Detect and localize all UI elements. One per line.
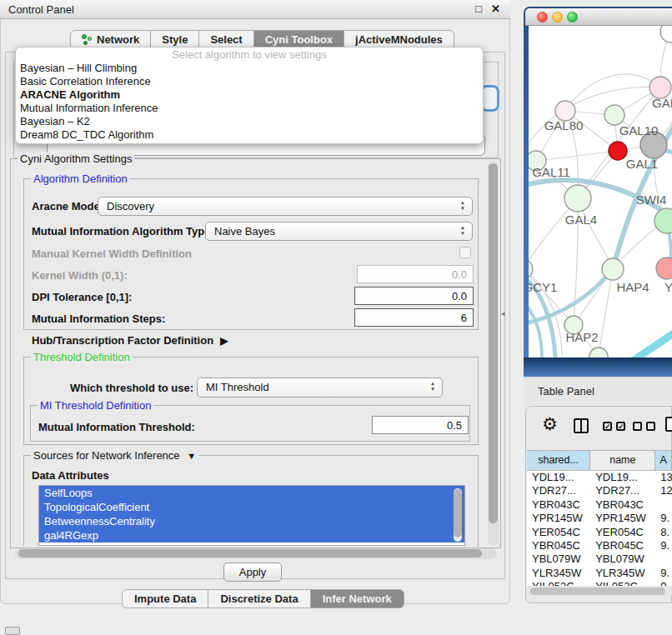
- list-item[interactable]: gal4RGexp: [39, 528, 464, 542]
- collapsed-arrow-icon: ▶: [220, 335, 228, 347]
- column-header-shared-name[interactable]: shared...: [527, 451, 590, 470]
- tab-impute-data[interactable]: Impute Data: [122, 589, 208, 608]
- svg-text:GAL10: GAL10: [619, 123, 659, 138]
- node-hap4[interactable]: [602, 258, 624, 280]
- table-row[interactable]: YDL19...YDL19...13: [527, 471, 672, 484]
- table-row[interactable]: YBR045CYBR045C9.: [527, 539, 672, 552]
- zoom-traffic-light[interactable]: [567, 12, 578, 22]
- tab-infer-network[interactable]: Infer Network: [311, 589, 404, 608]
- which-threshold-combo[interactable]: MI Threshold ▲▼: [197, 378, 443, 398]
- deselect-all-icon[interactable]: [646, 422, 655, 431]
- table-row[interactable]: YDR27...YDR27...12: [527, 484, 672, 498]
- network-canvas[interactable]: GAL80 GAL10 GAL1 GAL11 GAL4 SWI4 GCY1 HA…: [529, 26, 672, 358]
- close-window-icon[interactable]: ✕: [491, 2, 500, 15]
- list-vertical-scrollbar[interactable]: [454, 488, 462, 542]
- dpi-tolerance-label: DPI Tolerance [0,1]:: [32, 291, 132, 303]
- network-window-titlebar[interactable]: [525, 8, 672, 26]
- mi-steps-label: Mutual Information Steps:: [32, 312, 165, 325]
- table-row[interactable]: YPR145WYPR145W9.: [527, 512, 672, 525]
- minimize-traffic-light[interactable]: [552, 12, 563, 22]
- table-row[interactable]: YLR345WYLR345W9.: [527, 567, 672, 580]
- table-panel-title: Table Panel: [538, 385, 594, 398]
- node-unlabeled[interactable]: [660, 26, 672, 42]
- node-gal4[interactable]: [564, 185, 591, 212]
- data-attributes-list: SelfLoops TopologicalCoefficient Between…: [38, 485, 465, 546]
- control-panel-titlebar: Control Panel □ ✕: [0, 0, 510, 19]
- column-header-partial[interactable]: A: [655, 451, 672, 470]
- algorithm-definition-title: Algorithm Definition: [31, 172, 130, 185]
- network-icon: [82, 34, 93, 45]
- table-row[interactable]: YER054CYER054C8.: [527, 526, 672, 539]
- table-header-row: shared... name A: [527, 450, 672, 471]
- which-threshold-label: Which threshold to use:: [70, 382, 193, 394]
- mi-threshold-title: MI Threshold Definition: [38, 399, 153, 412]
- scrollbar-thumb[interactable]: [489, 163, 498, 523]
- node-salmon[interactable]: [656, 258, 672, 279]
- columns-icon[interactable]: [574, 418, 589, 433]
- node-swi4[interactable]: [654, 208, 672, 233]
- svg-text:GAL1: GAL1: [626, 157, 658, 171]
- algorithm-option[interactable]: Dream8 DC_TDC Algorithm: [16, 128, 483, 142]
- apply-button[interactable]: Apply: [223, 562, 282, 582]
- float-window-icon[interactable]: □: [475, 2, 482, 15]
- node-gal1[interactable]: [609, 142, 627, 160]
- stepper-arrows-icon: ▲▼: [429, 381, 436, 394]
- aracne-mode-combo[interactable]: Discovery ▲▼: [98, 197, 473, 216]
- file-icon-partial[interactable]: [665, 417, 672, 432]
- close-traffic-light[interactable]: [537, 12, 548, 22]
- algorithm-dropdown-popup: Select algorithm to view settings Bayesi…: [15, 47, 484, 144]
- list-item[interactable]: TopologicalCoefficient: [39, 500, 464, 514]
- settings-vertical-scrollbar[interactable]: [488, 161, 499, 546]
- mi-type-combo[interactable]: Naive Bayes ▲▼: [205, 222, 473, 241]
- algorithm-option[interactable]: Bayesian – Hill Climbing: [16, 62, 483, 75]
- hub-definition-toggle[interactable]: Hub/Transcription Factor Definition▶: [32, 334, 228, 347]
- node-gal10[interactable]: [604, 105, 624, 125]
- scrollbar-thumb[interactable]: [18, 549, 482, 558]
- manual-kernel-label: Manual Kernel Width Definition: [32, 248, 192, 260]
- scrollbar-thumb[interactable]: [454, 489, 462, 538]
- mi-steps-field[interactable]: [354, 308, 474, 327]
- threshold-definition-title: Threshold Definition: [31, 351, 133, 363]
- settings-group-title: Cyni Algorithm Settings: [18, 152, 134, 165]
- node-table: shared... name A YDL19...YDL19...13 YDR2…: [527, 450, 672, 586]
- sources-title[interactable]: Sources for Network Inference ▼: [31, 449, 198, 462]
- scrollbar-thumb[interactable]: [530, 588, 665, 595]
- gear-icon[interactable]: ⚙: [542, 415, 558, 432]
- cyni-bottom-tabbar: Impute Data Discretize Data Infer Networ…: [122, 589, 404, 608]
- network-nodes: [529, 26, 672, 358]
- list-item[interactable]: BetweennessCentrality: [39, 514, 464, 528]
- svg-text:SWI4: SWI4: [636, 192, 667, 207]
- tab-network-label: Network: [97, 33, 139, 46]
- deselect-all-icon[interactable]: [633, 422, 642, 431]
- tab-discretize-data[interactable]: Discretize Data: [208, 589, 310, 608]
- list-item[interactable]: SelfLoops: [39, 486, 464, 500]
- select-all-icon[interactable]: ✓: [616, 422, 625, 431]
- table-row[interactable]: YBL079WYBL079W: [527, 552, 672, 566]
- mi-threshold-field[interactable]: [372, 416, 469, 434]
- svg-text:HAP4: HAP4: [616, 280, 649, 294]
- svg-text:GAL4: GAL4: [565, 212, 597, 227]
- settings-horizontal-scrollbar[interactable]: [15, 548, 497, 559]
- splitter-collapse-arrow[interactable]: ◂: [501, 309, 505, 318]
- svg-text:GAL: GAL: [652, 96, 672, 110]
- dpi-tolerance-field[interactable]: [354, 287, 474, 305]
- algorithm-option[interactable]: Bayesian – K2: [16, 115, 483, 128]
- algorithm-option[interactable]: Mutual Information Inference: [16, 102, 483, 115]
- stepper-arrows-icon: ▲▼: [459, 225, 466, 238]
- table-row[interactable]: YBR043CYBR043C: [527, 498, 672, 512]
- table-row[interactable]: YIL052CYIL052C9: [527, 580, 672, 586]
- algorithm-prompt: Select algorithm to view settings: [16, 48, 483, 62]
- aracne-mode-label: Aracne Mode:: [32, 200, 103, 212]
- kernel-width-field[interactable]: [357, 265, 474, 283]
- data-attributes-label: Data Attributes: [32, 469, 109, 482]
- algorithm-option[interactable]: Basic Correlation Inference: [16, 75, 483, 88]
- mi-threshold-label: Mutual Information Threshold:: [38, 421, 195, 433]
- mi-type-label: Mutual Information Algorithm Type:: [32, 225, 214, 238]
- select-all-icon[interactable]: ✓: [603, 422, 612, 431]
- corner-widget-partial[interactable]: [5, 627, 20, 635]
- column-header-name[interactable]: name: [590, 451, 655, 470]
- manual-kernel-checkbox[interactable]: [459, 247, 471, 258]
- algorithm-option-selected[interactable]: ARACNE Algorithm: [16, 88, 483, 102]
- table-horizontal-scrollbar[interactable]: [527, 586, 672, 596]
- stepper-arrows-icon: ▲▼: [459, 200, 466, 213]
